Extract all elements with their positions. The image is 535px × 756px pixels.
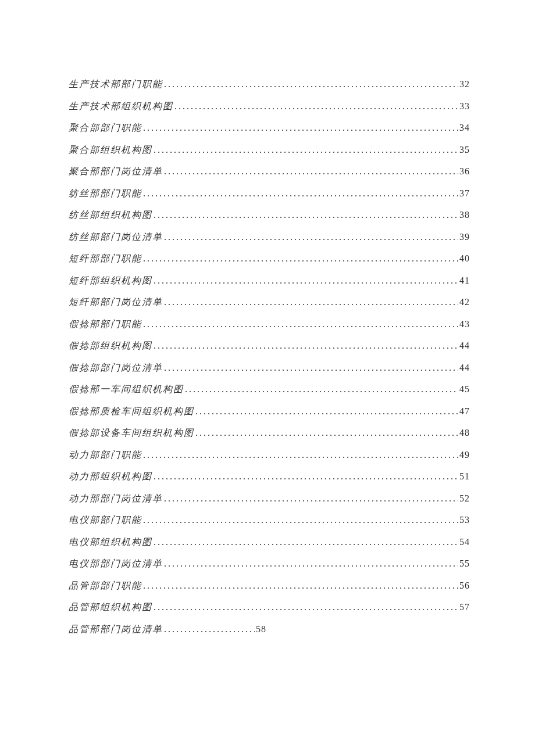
toc-leader-dots [154, 275, 458, 286]
toc-entry: 短纤部部门职能 40 [69, 253, 470, 275]
toc-entry: 电仪部部门岗位清单 55 [69, 558, 470, 580]
toc-page-number: 53 [459, 515, 470, 525]
toc-page-number: 38 [459, 210, 470, 220]
toc-leader-dots [185, 384, 458, 395]
toc-title: 生产技术部组织机构图 [69, 101, 173, 113]
toc-title: 纺丝部部门职能 [69, 188, 142, 200]
toc-page-number: 41 [459, 275, 470, 286]
toc-title: 聚合部部门职能 [69, 122, 142, 134]
toc-leader-dots [154, 537, 458, 547]
toc-page-number: 56 [459, 581, 470, 591]
toc-page-number: 39 [459, 232, 470, 242]
toc-page-number: 34 [459, 123, 470, 133]
toc-entry: 假捻部设备车间组织机构图 48 [69, 427, 470, 449]
toc-entry: 聚合部部门岗位清单 36 [69, 166, 470, 188]
toc-leader-dots [195, 428, 458, 438]
toc-entry: 聚合部组织机构图 35 [69, 144, 470, 166]
toc-title: 电仪部部门岗位清单 [69, 558, 163, 570]
toc-page-number: 33 [459, 101, 470, 112]
toc-page-number: 51 [459, 471, 470, 482]
toc-title: 动力部部门职能 [69, 449, 142, 461]
toc-entry: 电仪部组织机构图 54 [69, 536, 470, 558]
toc-title: 聚合部组织机构图 [69, 144, 152, 156]
toc-page-number: 40 [459, 253, 470, 264]
toc-title: 纺丝部部门岗位清单 [69, 231, 163, 243]
toc-leader-dots [154, 145, 458, 155]
toc-leader-dots [154, 341, 458, 351]
toc-page-number: 49 [459, 450, 470, 460]
toc-title: 假捻部设备车间组织机构图 [69, 427, 194, 439]
toc-leader-dots [154, 471, 458, 482]
toc-title: 电仪部组织机构图 [69, 536, 152, 549]
toc-page-number: 48 [459, 428, 470, 438]
toc-entry: 假捻部部门岗位清单 44 [69, 362, 470, 384]
toc-entry: 品管部组织机构图 57 [69, 601, 470, 624]
toc-title: 假捻部部门岗位清单 [69, 362, 163, 374]
toc-leader-dots [143, 581, 458, 591]
toc-page-number: 47 [459, 406, 470, 417]
toc-title: 假捻部质检车间组织机构图 [69, 406, 194, 418]
toc-leader-dots [164, 232, 458, 242]
toc-entry: 品管部部门岗位清单 58 [69, 624, 266, 646]
toc-leader-dots [164, 79, 458, 89]
toc-leader-dots [164, 363, 458, 373]
toc-title: 动力部组织机构图 [69, 471, 152, 483]
toc-page-number: 58 [256, 624, 266, 635]
toc-page-number: 35 [459, 145, 470, 155]
toc-page-number: 42 [459, 297, 470, 307]
toc-leader-dots [143, 188, 458, 199]
toc-leader-dots [164, 558, 458, 569]
toc-page-number: 43 [459, 319, 470, 329]
toc-leader-dots [143, 319, 458, 329]
table-of-contents: 生产技术部部门职能 32 生产技术部组织机构图 33 聚合部部门职能 34 聚合… [69, 78, 470, 645]
toc-leader-dots [195, 406, 458, 417]
toc-entry: 动力部组织机构图 51 [69, 471, 470, 493]
toc-title: 动力部部门岗位清单 [69, 493, 163, 505]
toc-title: 短纤部部门岗位清单 [69, 296, 163, 309]
toc-entry: 电仪部部门职能 53 [69, 514, 470, 536]
toc-page-number: 54 [459, 537, 470, 547]
toc-page-number: 32 [459, 79, 470, 89]
toc-page-number: 57 [459, 602, 470, 612]
toc-entry: 动力部部门职能 49 [69, 449, 470, 471]
toc-title: 纺丝部组织机构图 [69, 209, 152, 221]
toc-entry: 生产技术部组织机构图 33 [69, 101, 470, 123]
toc-entry: 纺丝部组织机构图 38 [69, 209, 470, 231]
toc-title: 短纤部组织机构图 [69, 275, 152, 287]
toc-page-number: 44 [459, 341, 470, 351]
toc-page-number: 36 [459, 166, 470, 177]
toc-entry: 假捻部组织机构图 44 [69, 340, 470, 362]
toc-title: 品管部组织机构图 [69, 601, 152, 614]
toc-page-number: 55 [459, 558, 470, 569]
toc-title: 短纤部部门职能 [69, 253, 142, 265]
toc-title: 聚合部部门岗位清单 [69, 166, 163, 178]
toc-page-number: 37 [459, 188, 470, 199]
toc-title: 品管部部门职能 [69, 580, 142, 592]
toc-leader-dots [143, 450, 458, 460]
toc-entry: 纺丝部部门岗位清单 39 [69, 231, 470, 253]
toc-leader-dots [164, 624, 255, 635]
toc-entry: 生产技术部部门职能 32 [69, 78, 470, 101]
toc-entry: 假捻部质检车间组织机构图 47 [69, 406, 470, 428]
toc-entry: 短纤部部门岗位清单 42 [69, 296, 470, 318]
toc-leader-dots [154, 602, 458, 612]
toc-entry: 假捻部部门职能 43 [69, 318, 470, 341]
toc-entry: 纺丝部部门职能 37 [69, 188, 470, 210]
toc-leader-dots [143, 123, 458, 133]
toc-entry: 短纤部组织机构图 41 [69, 275, 470, 297]
toc-leader-dots [143, 253, 458, 264]
toc-entry: 动力部部门岗位清单 52 [69, 493, 470, 515]
toc-title: 生产技术部部门职能 [69, 78, 163, 91]
toc-leader-dots [174, 101, 458, 112]
toc-title: 品管部部门岗位清单 [69, 624, 163, 636]
toc-page-number: 52 [459, 493, 470, 504]
toc-entry: 聚合部部门职能 34 [69, 122, 470, 144]
toc-leader-dots [164, 493, 458, 504]
toc-leader-dots [164, 166, 458, 177]
toc-leader-dots [143, 515, 458, 525]
toc-entry: 品管部部门职能 56 [69, 580, 470, 602]
toc-page-number: 45 [459, 384, 470, 395]
toc-entry: 假捻部一车间组织机构图 45 [69, 384, 470, 406]
toc-title: 假捻部部门职能 [69, 318, 142, 331]
toc-title: 假捻部组织机构图 [69, 340, 152, 352]
